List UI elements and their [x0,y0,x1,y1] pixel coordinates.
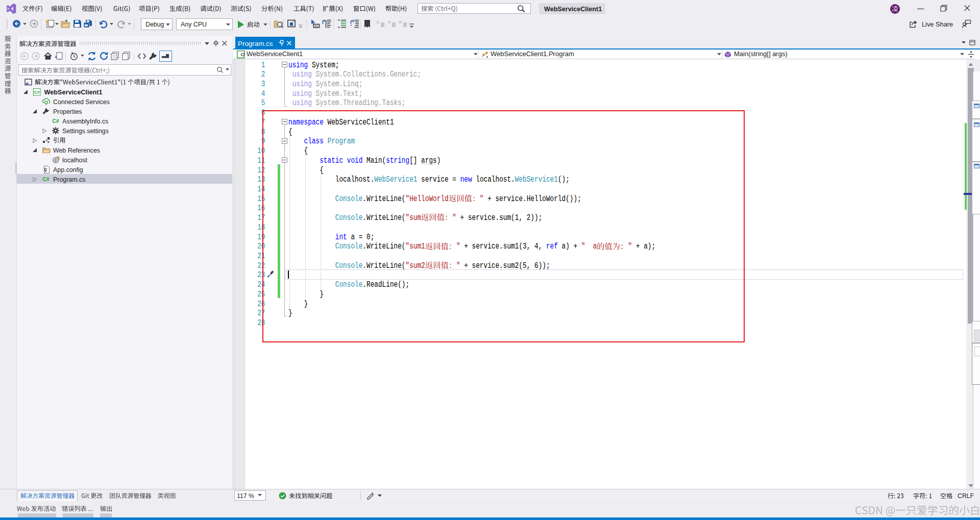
svg-text:C#: C# [34,89,39,94]
svg-text:C#: C# [52,118,59,124]
svg-text:C#: C# [42,176,50,182]
svg-text:C#: C# [241,52,245,57]
